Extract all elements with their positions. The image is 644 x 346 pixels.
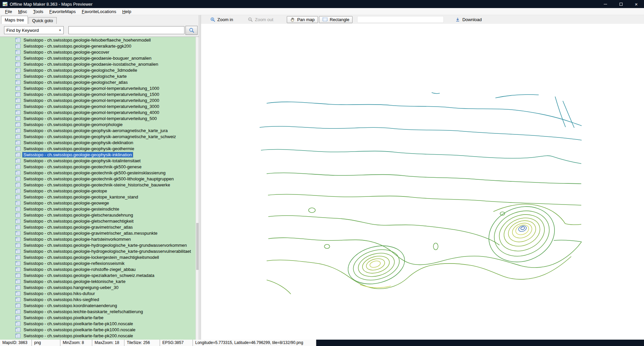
tree-item-label: Swisstopo - ch.swisstopo.geologie-gestei… — [22, 207, 120, 212]
tree-item-label: Swisstopo - ch.swisstopo.hiks-dufour — [22, 291, 96, 296]
tree-item-label: Swisstopo - ch.swisstopo.geologie-geophy… — [22, 152, 133, 157]
tree-vertical-scrollbar[interactable] — [196, 37, 199, 340]
map-layer-icon — [15, 153, 20, 157]
menu-file[interactable]: File — [2, 9, 15, 14]
tree-item[interactable]: Swisstopo - ch.swisstopo.leichte-basiska… — [0, 308, 196, 314]
tree-item[interactable]: Swisstopo - ch.swisstopo.geologie-gravim… — [0, 224, 196, 230]
search-input[interactable] — [68, 26, 184, 34]
tree-item[interactable]: Swisstopo - ch.swisstopo.geologie-geophy… — [0, 133, 196, 139]
tree-item[interactable]: Swisstopo - ch.swisstopo.geologie-felsob… — [0, 37, 196, 43]
menu-misc[interactable]: Misc — [15, 9, 30, 14]
title-bar: Offline Map Maker 8.363 - Maps Previewer… — [0, 0, 644, 8]
tree-item[interactable]: Swisstopo - ch.swisstopo.hangneigung-ueb… — [0, 284, 196, 290]
tree-item[interactable]: Swisstopo - ch.swisstopo.geologie-geotop… — [0, 188, 196, 194]
tree-item[interactable]: Swisstopo - ch.swisstopo.geologie-reflex… — [0, 260, 196, 266]
map-canvas[interactable] — [201, 24, 644, 340]
map-layer-icon — [15, 159, 20, 163]
rectangle-select-button[interactable]: Rectangle — [319, 16, 353, 23]
tree-item[interactable]: Swisstopo - ch.swisstopo.geologie-gletsc… — [0, 218, 196, 224]
tree-item[interactable]: Swisstopo - ch.swisstopo.pixelkarte-farb… — [0, 327, 196, 333]
tree-item[interactable]: Swisstopo - ch.swisstopo.geologie-geotec… — [0, 182, 196, 188]
contour-map — [201, 24, 644, 340]
tree-item[interactable]: Swisstopo - ch.swisstopo.geologie-geotec… — [0, 176, 196, 182]
tree-item[interactable]: Swisstopo - ch.swisstopo.geologie-geophy… — [0, 158, 196, 164]
close-button[interactable]: × — [629, 0, 644, 8]
map-layer-icon — [15, 279, 20, 284]
tree-item[interactable]: Swisstopo - ch.swisstopo.geologie-geophy… — [0, 152, 196, 158]
map-layer-icon — [15, 177, 20, 181]
tree-item[interactable]: Swisstopo - ch.swisstopo.geologie-spezia… — [0, 272, 196, 278]
tree-item[interactable]: Swisstopo - ch.swisstopo.geologie-gravim… — [0, 230, 196, 236]
tree-item[interactable]: Swisstopo - ch.swisstopo.geologie-hartst… — [0, 236, 196, 242]
tree-item[interactable]: Swisstopo - ch.swisstopo.geologie-geomol… — [0, 115, 196, 121]
find-mode-select[interactable]: Find by Keyword ▼ — [4, 26, 64, 34]
map-layer-icon — [15, 201, 20, 205]
tree-item[interactable]: Swisstopo - ch.swisstopo.geologie-gletsc… — [0, 212, 196, 218]
tree-item[interactable]: Swisstopo - ch.swisstopo.geologie-genera… — [0, 43, 196, 49]
rectangle-icon — [322, 17, 328, 22]
maximize-button[interactable] — [613, 0, 629, 8]
tree-item-label: Swisstopo - ch.swisstopo.geologie-hydrog… — [22, 249, 192, 254]
tree-item[interactable]: Swisstopo - ch.swisstopo.geologie-geomol… — [0, 103, 196, 109]
tree-item-label: Swisstopo - ch.swisstopo.pixelkarte-farb… — [22, 327, 137, 332]
tree-item-label: Swisstopo - ch.swisstopo.geologie-geomol… — [22, 110, 160, 115]
menu-favoritemaps[interactable]: FavoriteMaps — [46, 9, 79, 14]
window-controls: × — [598, 0, 644, 8]
tree-item[interactable]: Swisstopo - ch.swisstopo.geologie-geotec… — [0, 170, 196, 176]
tree-item[interactable]: Swisstopo - ch.swisstopo.hiks-dufour — [0, 290, 196, 296]
tree-item[interactable]: Swisstopo - ch.swisstopo.hiks-siegfried — [0, 296, 196, 302]
tree-item[interactable]: Swisstopo - ch.swisstopo.geologie-tekton… — [0, 278, 196, 284]
tree-item[interactable]: Swisstopo - ch.swisstopo.geologie-geomol… — [0, 85, 196, 91]
minimize-button[interactable] — [598, 0, 613, 8]
tab-maps-tree[interactable]: Maps tree — [1, 16, 28, 24]
map-layer-icon — [15, 291, 20, 296]
zoom-in-button[interactable]: Zoom in — [208, 16, 236, 23]
download-button[interactable]: Download — [452, 16, 484, 23]
menu-tools[interactable]: Tools — [30, 9, 46, 14]
tree-item-label: Swisstopo - ch.swisstopo.koordinatenaend… — [22, 303, 118, 308]
tree-item[interactable]: Swisstopo - ch.swisstopo.geologie-geotop… — [0, 194, 196, 200]
tree-item[interactable]: Swisstopo - ch.swisstopo.geologie-geophy… — [0, 146, 196, 152]
tree-item[interactable]: Swisstopo - ch.swisstopo.geologie-geolog… — [0, 67, 196, 73]
tree-item[interactable]: Swisstopo - ch.swisstopo.pixelkarte-farb… — [0, 321, 196, 327]
tree-item[interactable]: Swisstopo - ch.swisstopo.geologie-rohsto… — [0, 266, 196, 272]
tree-item[interactable]: Swisstopo - ch.swisstopo.pixelkarte-farb… — [0, 314, 196, 321]
menu-favoritelocations[interactable]: FavoriteLocations — [79, 9, 119, 14]
tree-item[interactable]: Swisstopo - ch.swisstopo.geologie-geophy… — [0, 139, 196, 146]
map-layer-icon — [15, 56, 20, 60]
tree-item[interactable]: Swisstopo - ch.swisstopo.koordinatenaend… — [0, 302, 196, 308]
tree-item[interactable]: Swisstopo - ch.swisstopo.pixelkarte-farb… — [0, 333, 196, 339]
status-format: png — [32, 340, 60, 346]
status-tilesize: TileSize: 256 — [124, 340, 160, 346]
tree-item[interactable]: Swisstopo - ch.swisstopo.geologie-geolog… — [0, 79, 196, 85]
menu-help[interactable]: Help — [119, 9, 134, 14]
tree-item-label: Swisstopo - ch.swisstopo.geologie-geomol… — [22, 92, 160, 97]
pan-map-button[interactable]: Pan map — [287, 16, 318, 23]
scrollbar-thumb[interactable] — [196, 223, 199, 270]
tree-item[interactable]: Swisstopo - ch.swisstopo.geologie-geomol… — [0, 97, 196, 103]
status-minzoom: MinZoom: 8 — [60, 340, 92, 346]
tree-item-label: Swisstopo - ch.swisstopo.geologie-geomol… — [22, 98, 160, 103]
tree-item[interactable]: Swisstopo - ch.swisstopo.geologie-geomol… — [0, 91, 196, 97]
tree-item[interactable]: Swisstopo - ch.swisstopo.geologie-geoweg… — [0, 200, 196, 206]
tree-item[interactable]: Swisstopo - ch.swisstopo.geologie-geodae… — [0, 55, 196, 61]
tree-item[interactable]: Swisstopo - ch.swisstopo.geologie-geocov… — [0, 49, 196, 55]
tree-item[interactable]: Swisstopo - ch.swisstopo.geologie-geolog… — [0, 73, 196, 79]
tree-item[interactable]: Swisstopo - ch.swisstopo.geologie-geodae… — [0, 61, 196, 67]
tree-item[interactable]: Swisstopo - ch.swisstopo.geologie-hydrog… — [0, 248, 196, 254]
tree-item[interactable]: Swisstopo - ch.swisstopo.geologie-gestei… — [0, 206, 196, 212]
tree-item[interactable]: Swisstopo - ch.swisstopo.geologie-hydrog… — [0, 242, 196, 248]
map-layer-icon — [15, 322, 20, 326]
coordinate-box[interactable] — [357, 16, 444, 23]
map-layer-icon — [15, 50, 20, 54]
tab-quick-goto[interactable]: Quick goto — [29, 17, 57, 24]
map-layer-icon — [15, 207, 20, 211]
zoom-out-button[interactable]: Zoom out — [245, 16, 276, 23]
tree-item-label: Swisstopo - ch.swisstopo.geologie-locker… — [22, 255, 160, 260]
tree-item[interactable]: Swisstopo - ch.swisstopo.geologie-locker… — [0, 254, 196, 260]
tree-item[interactable]: Swisstopo - ch.swisstopo.geologie-geotec… — [0, 164, 196, 170]
tree-item[interactable]: Swisstopo - ch.swisstopo.geologie-geomor… — [0, 121, 196, 127]
search-button[interactable] — [185, 26, 198, 35]
tree-item[interactable]: Swisstopo - ch.swisstopo.geologie-geophy… — [0, 127, 196, 133]
tree-item[interactable]: Swisstopo - ch.swisstopo.geologie-geomol… — [0, 109, 196, 115]
